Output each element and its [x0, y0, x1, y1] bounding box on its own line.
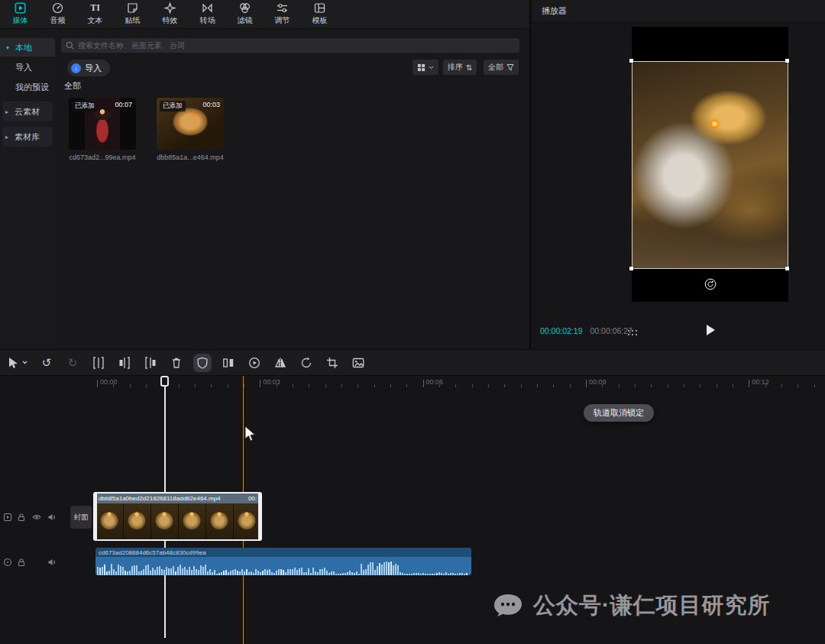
waveform-bar — [413, 573, 415, 575]
tab-adjust[interactable]: 调节 — [264, 0, 301, 28]
flip-button[interactable] — [273, 356, 287, 370]
template-icon — [314, 2, 325, 14]
ruler-tick — [521, 384, 522, 387]
sort-button[interactable]: 排序 ⇅ — [443, 60, 477, 75]
media-card-woman[interactable]: 已添加 00:07 cd673ad2...99ea.mp4 — [69, 98, 136, 161]
ruler-tick — [635, 384, 636, 387]
waveform-bar — [257, 571, 259, 575]
waveform-bar — [287, 569, 289, 575]
waveform-bar — [161, 569, 163, 576]
waveform-bar — [235, 569, 236, 575]
sidebar-item-cloud-materials[interactable]: ▸ 云素材 — [2, 102, 53, 121]
split-keep-right-button[interactable] — [144, 356, 157, 370]
image-adjust-button[interactable] — [351, 356, 365, 370]
waveform-bar — [248, 572, 250, 575]
tab-filter[interactable]: 滤镜 — [226, 0, 264, 28]
search-input[interactable] — [78, 41, 515, 50]
waveform-bar — [365, 569, 367, 575]
redo-button: ↻ — [66, 356, 79, 370]
ruler-label: 00:12 — [752, 378, 769, 386]
preview-video-frame[interactable] — [632, 61, 788, 269]
import-label: 导入 — [85, 63, 102, 74]
media-thumbnail[interactable]: 已添加 00:03 — [157, 98, 224, 150]
playhead-handle[interactable] — [160, 376, 169, 387]
speaker-icon[interactable] — [47, 558, 57, 567]
split-button[interactable] — [92, 356, 105, 370]
waveform-bar — [411, 574, 412, 575]
crop-button[interactable] — [325, 356, 339, 370]
eye-icon[interactable] — [32, 513, 41, 522]
sidebar-item-presets[interactable]: 我的预设 — [0, 78, 55, 96]
sidebar-item-import[interactable]: 导入 — [0, 58, 55, 76]
rotate-button[interactable] — [299, 356, 313, 370]
waveform-bar — [310, 573, 312, 575]
timeline-ruler[interactable]: 00:0000:0300:0600:0900:12 — [66, 376, 825, 388]
select-tool-button[interactable] — [8, 356, 28, 370]
waveform-bar — [436, 573, 438, 576]
ruler-tick — [488, 384, 489, 387]
tab-transition[interactable]: 转场 — [189, 0, 226, 28]
tab-audio[interactable]: 音频 — [39, 0, 76, 28]
waveform-bar — [418, 573, 419, 575]
chevron-down-icon — [22, 361, 28, 364]
play-button[interactable] — [707, 325, 715, 335]
view-toggle-button[interactable] — [412, 60, 438, 75]
video-clip-filmstrip[interactable] — [95, 503, 260, 539]
split-keep-left-button[interactable] — [118, 356, 131, 370]
audio-waveform[interactable] — [95, 557, 471, 575]
tab-label: 转场 — [200, 15, 215, 26]
track-unlock-tooltip[interactable]: 轨道取消锁定 — [584, 404, 654, 422]
freeze-frame-button[interactable] — [196, 356, 209, 370]
preview-play-button[interactable] — [247, 356, 261, 370]
waveform-bar — [193, 566, 195, 576]
waveform-bar — [351, 572, 353, 575]
ruler-tick — [309, 384, 309, 387]
tab-sticker[interactable]: 贴纸 — [114, 0, 151, 28]
selection-handle-bottom-right[interactable] — [785, 267, 789, 270]
media-card-dragon[interactable]: 已添加 00:03 dbb85a1a...e464.mp4 — [157, 98, 224, 161]
rotate-handle-icon[interactable] — [704, 278, 717, 290]
waveform-bar — [99, 568, 101, 575]
undo-button[interactable]: ↺ — [40, 356, 53, 370]
frame-step-icon[interactable] — [627, 329, 638, 336]
waveform-bar — [166, 567, 167, 575]
selection-handle-bottom-left[interactable] — [629, 267, 633, 270]
waveform-bar — [338, 574, 339, 575]
waveform-bar — [379, 563, 380, 575]
ruler-tick — [472, 384, 473, 387]
tab-effects[interactable]: 特效 — [151, 0, 189, 28]
waveform-bar — [324, 568, 325, 575]
speaker-icon[interactable] — [47, 513, 57, 522]
waveform-bar — [390, 561, 392, 575]
waveform-bar — [374, 570, 376, 575]
tab-template[interactable]: 模板 — [301, 0, 338, 28]
tab-media[interactable]: 媒体 — [2, 0, 39, 28]
delete-button[interactable] — [170, 356, 183, 370]
waveform-bar — [205, 565, 206, 575]
waveform-bar — [402, 573, 403, 575]
mirror-button[interactable] — [222, 356, 235, 370]
waveform-bar — [312, 568, 314, 575]
media-thumbnail[interactable]: 已添加 00:07 — [69, 98, 136, 150]
sidebar-item-label: 我的预设 — [15, 82, 49, 93]
audio-clip[interactable]: cd673ad208884d6c57ab48c830cd99ea — [95, 548, 471, 575]
selection-handle-top-left[interactable] — [629, 59, 633, 63]
sidebar-item-material-library[interactable]: ▸ 素材库 — [2, 127, 53, 147]
lock-icon[interactable] — [17, 558, 26, 567]
tab-text[interactable]: TI 文本 — [76, 0, 114, 28]
waveform-bar — [260, 572, 261, 575]
waveform-bar — [127, 571, 128, 575]
cover-button[interactable]: 封面 — [70, 506, 92, 529]
waveform-bar — [455, 574, 456, 575]
waveform-bar — [230, 571, 231, 575]
lock-icon[interactable] — [17, 513, 26, 522]
selection-handle-top-right[interactable] — [785, 59, 789, 63]
waveform-bar — [308, 568, 309, 575]
import-button[interactable]: ↓ 导入 — [67, 60, 110, 76]
waveform-bar — [422, 573, 424, 575]
filter-button[interactable]: 全部 — [484, 60, 519, 75]
preview-canvas[interactable] — [632, 27, 788, 302]
waveform-bar — [152, 568, 154, 575]
video-clip[interactable]: dbb85a1a0bed2d218268118add62e464.mp4 00: — [95, 494, 260, 539]
sidebar-item-local[interactable]: ▾ 本地 — [0, 38, 55, 57]
